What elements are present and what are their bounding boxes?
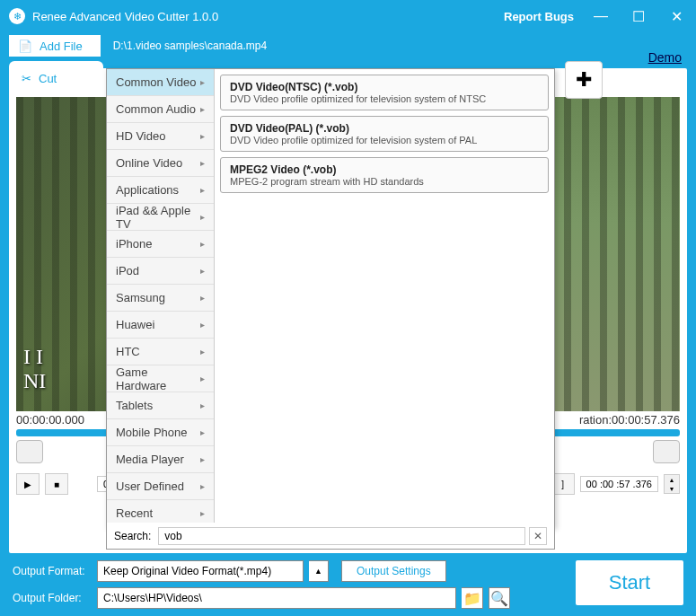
output-format-label: Output Format: xyxy=(13,565,92,577)
category-htc[interactable]: HTC▸ xyxy=(107,339,214,365)
category-ipod[interactable]: iPod▸ xyxy=(107,258,214,285)
file-path: D:\1.video samples\canada.mp4 xyxy=(113,40,267,52)
add-file-icon: 📄 xyxy=(18,40,32,53)
add-file-label: Add File xyxy=(40,40,83,53)
marker-out[interactable] xyxy=(653,440,680,463)
scissors-icon: ✂ xyxy=(22,72,31,85)
brand-icon: ✚ xyxy=(565,61,603,99)
marker-in[interactable] xyxy=(16,440,43,463)
output-folder-input[interactable] xyxy=(97,587,456,609)
category-samsung[interactable]: Samsung▸ xyxy=(107,285,214,312)
output-folder-label: Output Folder: xyxy=(13,592,92,604)
maximize-button[interactable]: ☐ xyxy=(628,5,649,27)
app-title: Renee Advanced Video Cutter 1.0.0 xyxy=(32,10,504,23)
add-file-button[interactable]: 📄 Add File xyxy=(9,35,101,57)
format-item[interactable]: MPEG2 Video (*.vob)MPEG-2 program stream… xyxy=(220,157,549,193)
search-label: Search: xyxy=(114,530,151,542)
tab-cut[interactable]: ✂ Cut xyxy=(9,61,103,95)
category-huawei[interactable]: Huawei▸ xyxy=(107,312,214,339)
open-folder-button[interactable]: 🔍 xyxy=(489,587,510,609)
format-item[interactable]: DVD Video(NTSC) (*.vob)DVD Video profile… xyxy=(220,75,549,110)
output-settings-button[interactable]: Output Settings xyxy=(341,560,446,582)
report-bugs-link[interactable]: Report Bugs xyxy=(504,10,574,23)
category-common-audio[interactable]: Common Audio▸ xyxy=(107,96,214,123)
category-game-hardware[interactable]: Game Hardware▸ xyxy=(107,365,214,392)
timecode-start: 00:00:00.000 xyxy=(16,413,84,427)
category-tablets[interactable]: Tablets▸ xyxy=(107,392,214,419)
brand-logo: ✚ RENE.E Laboratory xyxy=(565,61,687,99)
play-button[interactable]: ▶ xyxy=(16,473,40,495)
time-out-stepper[interactable]: ▲▼ xyxy=(664,474,680,494)
format-item[interactable]: DVD Video(PAL) (*.vob)DVD Video profile … xyxy=(220,116,549,152)
browse-folder-button[interactable]: 📁 xyxy=(462,587,483,609)
format-dropdown: Common Video▸Common Audio▸HD Video▸Onlin… xyxy=(106,68,555,528)
tab-cut-label: Cut xyxy=(39,72,57,85)
start-button[interactable]: Start xyxy=(576,560,683,605)
demo-link[interactable]: Demo xyxy=(648,50,682,65)
category-hd-video[interactable]: HD Video▸ xyxy=(107,123,214,150)
search-clear-button[interactable]: ✕ xyxy=(529,527,547,545)
category-media-player[interactable]: Media Player▸ xyxy=(107,446,214,473)
stop-button[interactable]: ■ xyxy=(45,473,68,495)
time-out-field[interactable]: 00 :00 :57 .376 xyxy=(580,476,658,492)
category-applications[interactable]: Applications▸ xyxy=(107,177,214,204)
timecode-duration: ration:00:00:57.376 xyxy=(579,413,680,427)
search-input[interactable] xyxy=(158,527,525,545)
category-user-defined[interactable]: User Defined▸ xyxy=(107,473,214,500)
app-icon: ❄ xyxy=(9,8,25,24)
brand-sub: Laboratory xyxy=(608,85,687,94)
output-format-dropdown-button[interactable]: ▲ xyxy=(309,560,329,582)
category-ipad-apple-tv[interactable]: iPad && Apple TV▸ xyxy=(107,204,214,231)
category-mobile-phone[interactable]: Mobile Phone▸ xyxy=(107,419,214,446)
brand-name: RENE.E xyxy=(608,66,687,85)
close-button[interactable]: ✕ xyxy=(665,5,687,27)
output-format-select[interactable]: Keep Original Video Format(*.mp4) xyxy=(97,560,304,582)
category-common-video[interactable]: Common Video▸ xyxy=(107,69,214,96)
category-online-video[interactable]: Online Video▸ xyxy=(107,150,214,177)
video-overlay-text: I I NI xyxy=(23,345,46,393)
minimize-button[interactable]: — xyxy=(590,5,612,27)
category-iphone[interactable]: iPhone▸ xyxy=(107,231,214,258)
